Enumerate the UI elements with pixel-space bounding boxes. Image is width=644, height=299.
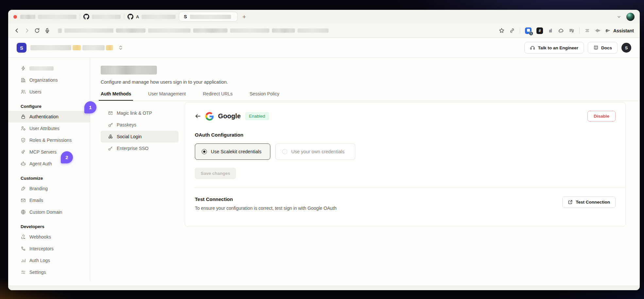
sidebar-item-label: User Attributes (29, 126, 59, 131)
sidebar-item-interceptors[interactable]: Interceptors (8, 243, 90, 255)
reader-lines-icon[interactable] (585, 28, 590, 33)
sidebar-item-emails[interactable]: Emails (8, 194, 90, 206)
method-label: Magic link & OTP (117, 110, 152, 116)
sidebar-item-agent-auth[interactable]: Agent Auth (8, 158, 90, 170)
redacted-tab-title (142, 15, 176, 19)
tab-auth-methods[interactable]: Auth Methods (101, 91, 131, 101)
extension-icon-claw[interactable] (548, 28, 553, 33)
assistant-button[interactable]: Assistant (605, 28, 634, 33)
status-badge: Enabled (245, 112, 269, 120)
provider-name: Google (218, 112, 241, 120)
option-scalekit-credentials[interactable]: Use Scalekit credentials (195, 143, 270, 160)
window-close-button[interactable] (13, 15, 17, 19)
sidebar-item-webhooks[interactable]: Webhooks (8, 231, 90, 243)
sidebar-section-configure: Configure (8, 98, 90, 111)
radio-selected-icon[interactable] (202, 149, 207, 154)
address-bar[interactable] (58, 28, 490, 33)
bookmark-star-icon[interactable] (499, 28, 504, 33)
active-browser-tab[interactable]: S (179, 12, 238, 22)
redacted-url (116, 28, 145, 33)
extension-icon-blue[interactable]: 1 (525, 27, 532, 34)
option-own-credentials[interactable]: Use your own credentials (275, 143, 355, 160)
extension-icon-playlist[interactable] (569, 28, 574, 33)
sidebar-item-mcp-servers[interactable]: MCP Servers (8, 146, 90, 158)
extension-icon-hash[interactable]: # (536, 27, 543, 34)
environment-switcher[interactable] (30, 45, 113, 50)
redacted-page-title (101, 66, 157, 75)
sidebar-item-organizations[interactable]: Organizations (8, 74, 90, 86)
redacted-tab-title (190, 15, 231, 19)
extension-icon-cloud[interactable] (558, 28, 564, 33)
method-magic-link-otp[interactable]: Magic link & OTP (101, 107, 178, 119)
equalizer-icon[interactable] (595, 28, 601, 33)
key-angled-icon (108, 146, 113, 151)
github-icon (83, 14, 89, 20)
sidebar-item-label: Users (29, 89, 42, 94)
sidebar-item-settings[interactable]: Settings (8, 266, 90, 278)
browser-tab-3[interactable]: A (127, 14, 176, 20)
test-connection-description: To ensure your configuration is correct,… (195, 206, 336, 211)
sidebar-item-auth-logs[interactable]: Auth Logs (8, 255, 90, 266)
radio-unselected-icon[interactable] (282, 149, 287, 154)
mcp-icon (21, 149, 26, 155)
docs-label: Docs (601, 45, 612, 50)
redacted-url (148, 28, 191, 33)
sidebar-item-users[interactable]: Users (8, 86, 90, 98)
sidebar-item-custom-domain[interactable]: Custom Domain (8, 206, 90, 218)
back-arrow-icon[interactable] (195, 113, 201, 119)
sidebar-section-customize: Customize (8, 170, 90, 183)
microphone-icon[interactable] (44, 28, 50, 33)
test-connection-button-label: Test Connection (576, 200, 610, 205)
tab-redirect-urls[interactable]: Redirect URLs (203, 91, 233, 101)
sidebar-item-label: Webhooks (29, 234, 51, 240)
sidebar-section-developers: Developers (8, 218, 90, 231)
tab-session-policy[interactable]: Session Policy (250, 91, 280, 101)
method-passkeys[interactable]: Passkeys (101, 119, 178, 131)
sidebar-item-user-attributes[interactable]: User Attributes (8, 123, 90, 134)
disable-button[interactable]: Disable (587, 111, 616, 122)
sidebar-item-label: Auth Logs (29, 258, 50, 263)
nodes-icon (21, 246, 26, 251)
auth-methods-list: Magic link & OTP Passkeys Social Login (101, 102, 178, 227)
new-tab-button[interactable]: + (241, 14, 247, 20)
browser-tab-2[interactable] (83, 14, 121, 20)
copy-link-icon[interactable] (509, 28, 515, 33)
redacted-tab-title (92, 15, 121, 19)
back-icon[interactable] (14, 28, 20, 33)
chevron-updown-icon[interactable] (118, 45, 123, 50)
sidebar-item-label: MCP Servers (29, 149, 57, 155)
page-subtitle: Configure and manage how users sign in t… (101, 79, 640, 85)
lock-icon (21, 114, 26, 119)
reload-icon[interactable] (34, 28, 40, 33)
tab-separator (80, 14, 80, 20)
user-avatar[interactable]: S (621, 43, 631, 53)
browser-profile-avatar[interactable] (626, 13, 635, 21)
workspace-logo[interactable]: S (17, 43, 26, 53)
step-badge-2: 2 (61, 151, 73, 163)
sidebar-item-branding[interactable]: Branding (8, 183, 90, 194)
sidebar-item-authentication[interactable]: Authentication (8, 111, 90, 123)
save-changes-button[interactable]: Save changes (195, 168, 236, 179)
talk-to-engineer-button[interactable]: Talk to an Engineer (524, 42, 584, 54)
sidebar-item-redacted[interactable] (8, 62, 90, 74)
method-social-login[interactable]: Social Login (101, 131, 178, 142)
test-connection-button[interactable]: Test Connection (562, 196, 616, 208)
sidebar-item-label: Settings (29, 270, 46, 275)
forward-icon[interactable] (24, 28, 30, 33)
users-icon (21, 89, 26, 94)
sidebar-item-roles-permissions[interactable]: Roles & Permissions (8, 134, 90, 146)
tab-user-management[interactable]: User Management (148, 91, 186, 101)
step-badge-1: 1 (84, 101, 96, 113)
assistant-icon (605, 28, 611, 33)
docs-button[interactable]: Docs (588, 42, 618, 54)
browser-window: A S + (8, 10, 640, 290)
method-enterprise-sso[interactable]: Enterprise SSO (101, 142, 178, 154)
redacted-tab-title (38, 15, 76, 19)
browser-tab-1[interactable] (20, 15, 76, 19)
credential-options: Use Scalekit credentials Use your own cr… (195, 143, 616, 160)
globe-icon (21, 209, 26, 215)
webhook-icon (21, 234, 26, 240)
redacted-env-badge (73, 45, 81, 50)
chevron-down-icon[interactable] (617, 15, 621, 19)
sidebar-item-label: Custom Domain (29, 209, 62, 215)
